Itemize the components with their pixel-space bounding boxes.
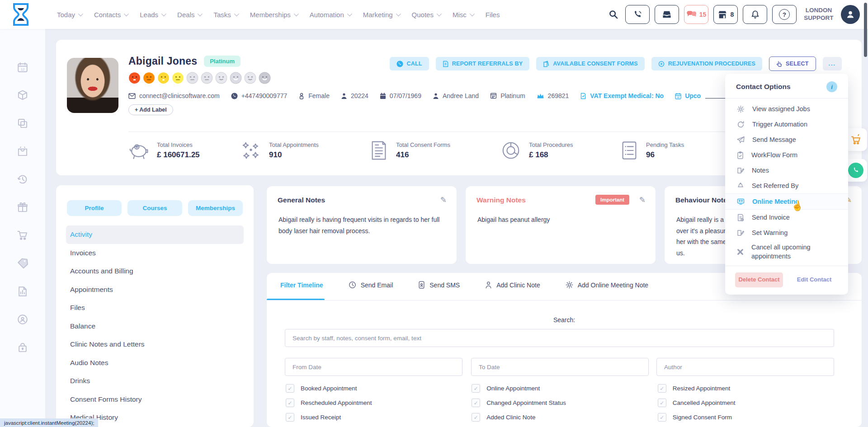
checkbox-checked[interactable] bbox=[286, 413, 294, 422]
checkbox-checked[interactable] bbox=[472, 384, 480, 393]
section-clinic-notes-letters[interactable]: Clinic Notes and Letters bbox=[56, 335, 254, 354]
gear-icon bbox=[737, 105, 745, 113]
clinicsoftware-logo[interactable] bbox=[11, 3, 31, 26]
menu-trigger-automation[interactable]: Trigger Automation bbox=[725, 117, 848, 132]
user-sync-icon[interactable] bbox=[17, 314, 28, 325]
menu-set-warning[interactable]: Set Warning bbox=[725, 225, 848, 240]
nav-quotes[interactable]: Quotes bbox=[412, 11, 440, 19]
scrollbar-thumb[interactable] bbox=[864, 3, 867, 57]
copy-frames-icon[interactable] bbox=[17, 117, 28, 129]
add-label-button[interactable]: + Add Label bbox=[128, 104, 173, 115]
delete-contact-button[interactable]: Delete Contact bbox=[735, 272, 783, 287]
search-icon[interactable] bbox=[607, 5, 620, 23]
tab-profile[interactable]: Profile bbox=[67, 200, 122, 216]
checkbox-checked[interactable] bbox=[286, 384, 294, 393]
store-button[interactable]: 8 bbox=[713, 5, 738, 24]
tab-send-email[interactable]: Send Email bbox=[349, 281, 393, 289]
contact-photo[interactable] bbox=[67, 58, 118, 113]
tab-send-sms[interactable]: Send SMS bbox=[418, 281, 460, 289]
mood-icon-5[interactable] bbox=[186, 72, 198, 84]
available-consent-forms-button[interactable]: AVAILABLE CONSENT FORMS bbox=[536, 57, 644, 70]
mood-icon-7[interactable] bbox=[215, 72, 227, 84]
tab-filter-timeline[interactable]: Filter Timeline bbox=[280, 282, 323, 289]
nav-memberships[interactable]: Memberships bbox=[250, 11, 297, 19]
shopping-cart-icon[interactable] bbox=[17, 230, 28, 241]
mood-icon-10[interactable] bbox=[259, 72, 271, 84]
section-appointments[interactable]: Appointments bbox=[56, 281, 254, 299]
section-activity[interactable]: Activity bbox=[66, 225, 244, 244]
to-date-input[interactable] bbox=[471, 358, 649, 376]
checkbox-checked[interactable] bbox=[658, 384, 666, 393]
menu-notes[interactable]: Notes bbox=[725, 163, 848, 178]
section-consent-forms-history[interactable]: Consent Forms History bbox=[56, 390, 254, 409]
mood-icon-3[interactable] bbox=[157, 72, 170, 84]
mood-icon-4[interactable] bbox=[172, 72, 184, 84]
mood-icon-2[interactable] bbox=[143, 72, 155, 84]
timeline-search-input[interactable] bbox=[285, 329, 834, 347]
gift-icon[interactable] bbox=[17, 202, 28, 213]
nav-marketing[interactable]: Marketing bbox=[363, 11, 400, 19]
user-avatar[interactable] bbox=[841, 5, 860, 24]
menu-send-invoice[interactable]: Send Invoice bbox=[725, 210, 848, 225]
chat-messages-button[interactable]: 15 bbox=[684, 5, 708, 24]
checkbox-checked[interactable] bbox=[658, 399, 666, 407]
nav-today[interactable]: Today bbox=[57, 11, 82, 19]
notifications-button[interactable] bbox=[743, 5, 767, 24]
inbox-button[interactable] bbox=[655, 5, 679, 24]
section-invoices[interactable]: Invoices bbox=[56, 244, 254, 263]
nav-contacts[interactable]: Contacts bbox=[94, 11, 127, 19]
section-balance[interactable]: Balance bbox=[56, 317, 254, 336]
edit-pencil-icon[interactable]: ✎ bbox=[440, 195, 447, 205]
mood-icon-8[interactable] bbox=[230, 72, 242, 84]
shopping-bag-icon[interactable] bbox=[17, 145, 28, 157]
history-clock-icon[interactable] bbox=[17, 174, 28, 185]
tab-add-clinic-note[interactable]: Add Clinic Note bbox=[485, 281, 540, 289]
mood-icon-6[interactable] bbox=[201, 72, 213, 84]
menu-set-referred-by[interactable]: Set Referred By bbox=[725, 178, 848, 193]
section-accounts-billing[interactable]: Accounts and Billing bbox=[56, 262, 254, 281]
mood-icon-1[interactable] bbox=[128, 72, 141, 84]
nav-tasks[interactable]: Tasks bbox=[213, 11, 237, 19]
author-input[interactable] bbox=[656, 358, 834, 376]
calendar-date-icon[interactable]: 12 bbox=[17, 61, 28, 73]
checkbox-checked[interactable] bbox=[472, 399, 480, 407]
tab-add-online-meeting-note[interactable]: Add Online Meeting Note bbox=[566, 281, 648, 289]
section-files[interactable]: Files bbox=[56, 299, 254, 317]
help-button[interactable]: ? bbox=[772, 5, 797, 24]
checkbox-checked[interactable] bbox=[658, 413, 666, 422]
nav-deals[interactable]: Deals bbox=[177, 11, 201, 19]
report-chart-icon[interactable] bbox=[17, 286, 28, 297]
vat-exempt-link[interactable]: VAT Exempt Medical: No bbox=[580, 92, 664, 99]
menu-workflow-form[interactable]: WorkFlow Form bbox=[725, 147, 848, 163]
edit-contact-button[interactable]: Edit Contact bbox=[790, 272, 838, 287]
phone-calls-button[interactable] bbox=[625, 5, 650, 24]
nav-misc[interactable]: Misc bbox=[453, 11, 473, 19]
from-date-input[interactable] bbox=[285, 358, 462, 376]
tab-memberships[interactable]: Memberships bbox=[188, 200, 243, 216]
report-referrals-button[interactable]: REPORT REFERRALS BY bbox=[436, 57, 530, 70]
section-drinks[interactable]: Drinks bbox=[56, 372, 254, 390]
select-button[interactable]: SELECT bbox=[769, 56, 816, 71]
menu-send-message[interactable]: Send Message bbox=[725, 132, 848, 147]
section-audio-notes[interactable]: Audio Notes bbox=[56, 354, 254, 372]
nav-leads[interactable]: Leads bbox=[140, 11, 165, 19]
rejuvenation-procedures-button[interactable]: REJUVENATION PROCEDURES bbox=[651, 57, 762, 70]
more-options-button[interactable]: ... bbox=[823, 57, 842, 70]
package-box-icon[interactable] bbox=[17, 89, 28, 101]
menu-cancel-all-upcoming[interactable]: Cancel all upcoming appointments bbox=[725, 240, 848, 263]
contact-phone[interactable]: +447490009777 bbox=[231, 92, 288, 99]
nav-files[interactable]: Files bbox=[486, 11, 500, 19]
contact-email[interactable]: connect@clinicsoftware.com bbox=[128, 92, 220, 99]
edit-pencil-icon[interactable]: ✎ bbox=[639, 195, 646, 205]
lock-icon[interactable] bbox=[17, 342, 28, 353]
mood-icon-9[interactable] bbox=[244, 72, 256, 84]
menu-online-meeting[interactable]: Online Meeting bbox=[725, 193, 848, 210]
info-icon[interactable]: i bbox=[826, 81, 837, 92]
checkbox-checked[interactable] bbox=[472, 413, 480, 422]
nav-automation[interactable]: Automation bbox=[310, 11, 351, 19]
checkbox-checked[interactable] bbox=[286, 399, 294, 407]
menu-view-assigned-jobs[interactable]: View assigned Jobs bbox=[725, 101, 848, 117]
call-button[interactable]: CALL bbox=[390, 57, 429, 70]
tab-courses[interactable]: Courses bbox=[127, 200, 182, 216]
price-tag-icon[interactable] bbox=[17, 258, 28, 269]
